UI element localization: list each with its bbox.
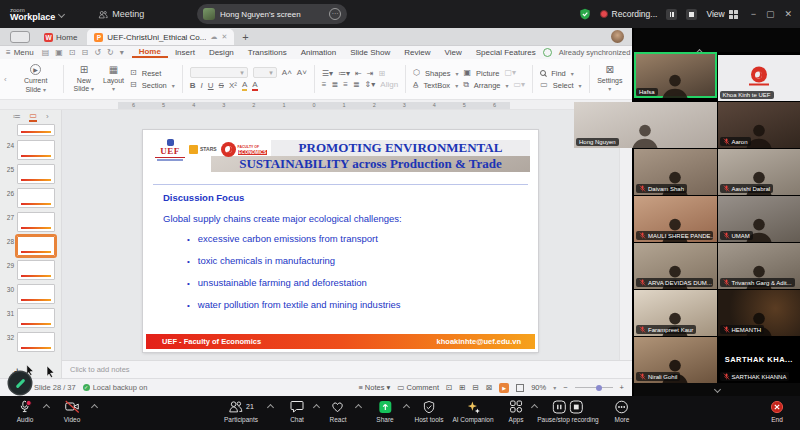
strikethrough-button[interactable]: S <box>219 82 224 90</box>
ribbon-tab-special-features[interactable]: Special Features <box>469 48 543 57</box>
increase-font-icon[interactable]: A˄ <box>282 69 292 77</box>
outline-view-icon[interactable]: ≔ <box>12 112 20 121</box>
slideshow-play-button[interactable]: ▶ <box>499 383 509 393</box>
audio-button[interactable]: Audio <box>17 399 34 423</box>
share-options-chevron[interactable] <box>403 404 410 411</box>
slide-thumbnail[interactable]: 30 <box>3 284 61 304</box>
slide-thumbnail[interactable]: 24 <box>3 140 61 160</box>
video-options-chevron[interactable] <box>91 404 98 411</box>
wps-assistant-logo[interactable] <box>9 372 31 394</box>
numbered-list-icon[interactable]: ≔▾ <box>338 70 350 78</box>
textbox-button[interactable]: A̲TextBox▾ <box>413 81 458 90</box>
align-left-icon[interactable]: ≡ <box>322 81 327 89</box>
reset-button[interactable]: ⊡Reset <box>130 69 175 78</box>
pause-recording-button[interactable] <box>666 9 677 20</box>
find-button[interactable]: Find▾ <box>540 69 581 78</box>
bold-button[interactable]: B <box>190 82 196 90</box>
share-button[interactable]: Share <box>376 399 393 423</box>
layout-button[interactable]: ▦ Layout ▾ <box>103 65 124 93</box>
minimize-button[interactable]: − <box>751 9 756 19</box>
ribbon-tab-animation[interactable]: Animation <box>294 48 344 57</box>
new-slide-button[interactable]: ⊞ New Slide ▾ <box>71 65 97 93</box>
expand-panel-icon[interactable]: › <box>46 112 49 121</box>
account-avatar[interactable] <box>611 30 624 43</box>
react-options-chevron[interactable] <box>355 404 362 411</box>
zoom-in-button[interactable]: + <box>620 383 624 392</box>
video-tile-hafsa[interactable]: Hafsa <box>634 52 717 98</box>
document-tab[interactable]: P UEF-ChristUni_Ethical Co... ☁ ✕ <box>87 29 234 45</box>
decrease-indent-icon[interactable]: ⇤ <box>355 70 362 78</box>
slide-thumbnail-selected[interactable]: 28 <box>3 236 61 256</box>
justify-icon[interactable]: ≣ <box>353 81 360 89</box>
print-icon[interactable]: ⊡ <box>69 48 76 57</box>
video-tile-hong-nguyen[interactable]: Hong Nguyen <box>574 102 717 148</box>
end-meeting-button[interactable]: End <box>770 399 784 423</box>
video-tile-trivansh-garg[interactable]: Trivansh Garg & Adit... <box>718 243 800 289</box>
underline-button[interactable]: U <box>208 82 214 90</box>
ribbon-tab-slideshow[interactable]: Slide Show <box>343 48 397 57</box>
video-tile-umam[interactable]: UMAM <box>718 196 800 242</box>
handout-view-icon[interactable]: ⊠ <box>486 383 492 392</box>
fit-to-window-icon[interactable] <box>516 384 524 392</box>
menu-button[interactable]: ≡Menu <box>6 48 34 57</box>
video-tile-hemanth[interactable]: HEMANTH <box>718 290 800 336</box>
ribbon-tab-review[interactable]: Review <box>397 48 437 57</box>
comment-button[interactable]: ▭ Comment <box>397 383 439 392</box>
align-right-icon[interactable]: ≡ <box>343 81 348 89</box>
redo-icon[interactable]: ↻ <box>107 48 114 57</box>
close-tab-icon[interactable]: ✕ <box>221 33 227 41</box>
audio-options-chevron[interactable] <box>43 404 50 411</box>
security-shield-icon[interactable] <box>579 8 591 20</box>
font-color-button[interactable]: A <box>252 81 257 91</box>
font-family-select[interactable]: ▾ <box>190 67 248 78</box>
video-tile-aavishi-dabral[interactable]: Aavishi Dabral <box>718 149 800 195</box>
zoom-level[interactable]: 90% <box>531 383 546 392</box>
stop-recording-button[interactable] <box>686 9 697 20</box>
slide-thumbnail[interactable] <box>3 124 61 136</box>
select-button[interactable]: ▭Select▾ <box>540 81 581 90</box>
save-icon[interactable]: ▤ <box>42 48 50 57</box>
wps-home-tab[interactable]: W Home <box>40 33 87 45</box>
video-tile-nirali-gohil[interactable]: Nirali Gohil <box>634 337 717 383</box>
video-tile-mauli-shree-pande[interactable]: MAULI SHREE PANDE... <box>634 196 717 242</box>
pause-stop-recording-button[interactable]: Pause/stop recording <box>537 399 598 423</box>
new-tab-button[interactable]: + <box>242 31 248 43</box>
video-tile-aaron[interactable]: Aaron <box>718 102 800 148</box>
participants-button[interactable]: 21 Participants <box>224 399 258 423</box>
slide-thumbnail[interactable]: 29 <box>3 260 61 280</box>
zoom-out-button[interactable]: − <box>563 383 567 392</box>
video-tile-farampreet-kaur[interactable]: Farampreet Kaur <box>634 290 717 336</box>
increase-indent-icon[interactable]: ⇥ <box>367 70 374 78</box>
video-tile-khoa-kinh-te-uef[interactable]: Khoa Kinh te UEF <box>718 55 800 101</box>
app-window-icon[interactable] <box>10 31 30 43</box>
slides-view-icon[interactable]: ▭ <box>29 111 37 122</box>
participants-options-chevron[interactable] <box>267 404 274 411</box>
close-button[interactable]: ✕ <box>784 9 792 19</box>
shared-screen-pill[interactable]: Hong Nguyen's screen ⋯ <box>197 4 347 24</box>
apps-button[interactable]: Apps <box>509 399 524 423</box>
reading-view-icon[interactable]: ⊟ <box>473 383 479 392</box>
maximize-button[interactable]: ▢ <box>766 9 775 19</box>
superscript-button[interactable]: X² <box>229 82 237 90</box>
picture-button[interactable]: ▣Picture <box>464 69 500 78</box>
arrange-button[interactable]: ⧉Arrange▾ <box>463 81 508 90</box>
open-icon[interactable]: ▣ <box>55 48 63 57</box>
pill-options-icon[interactable]: ⋯ <box>329 8 341 20</box>
sorter-view-icon[interactable]: ⊞ <box>459 383 465 392</box>
notes-toggle[interactable]: ≡ Notes ▾ <box>358 383 390 392</box>
more-button[interactable]: More <box>615 399 630 423</box>
slide-thumbnail[interactable]: 26 <box>3 188 61 208</box>
more-participants-button[interactable] <box>634 383 800 396</box>
undo-icon[interactable]: ↺ <box>94 48 101 57</box>
slide-thumbnail[interactable]: 31 <box>3 308 61 328</box>
slide-28[interactable]: UEF STARS FACULTY <box>143 130 538 352</box>
slide-thumbnail[interactable]: 25 <box>3 164 61 184</box>
section-button[interactable]: ⊟Section ▾ <box>130 81 175 90</box>
slide-thumbnail[interactable]: 32 <box>3 332 61 352</box>
collapse-panel-icon[interactable]: ‹ <box>2 75 9 84</box>
backup-status[interactable]: ✓ Local backup on <box>83 383 148 392</box>
ribbon-tab-design[interactable]: Design <box>202 48 241 57</box>
ai-companion-button[interactable]: AI Companion <box>452 399 493 423</box>
view-button[interactable]: View <box>706 9 737 19</box>
ribbon-tab-transitions[interactable]: Transitions <box>241 48 294 57</box>
